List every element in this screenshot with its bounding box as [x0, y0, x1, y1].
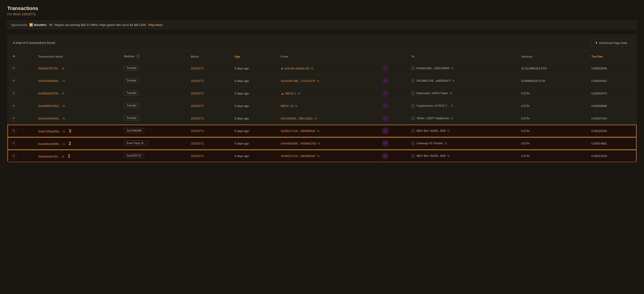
to-address-link[interactable]: 0xCd8d17e9...a4855dcF3 — [417, 79, 451, 82]
copy-to-icon[interactable]: ⧉ — [448, 129, 450, 132]
col-arrow — [378, 51, 408, 62]
row-eye-icon[interactable]: 👁 — [11, 128, 16, 134]
row-method-cell: 0xd2925723 — [120, 150, 187, 162]
block-number-link[interactable]: 22029771 — [191, 67, 204, 70]
sponsored-label: Sponsored: — [11, 23, 28, 26]
play-now-link[interactable]: Play Now! — [148, 23, 162, 26]
copy-from-icon[interactable]: ⧉ — [295, 104, 298, 108]
copy-hash-icon[interactable]: ⧉ — [63, 142, 66, 146]
tx-hash-link[interactable]: 0x3a9991f3951... — [38, 104, 61, 108]
copy-hash-icon[interactable]: ⧉ — [63, 117, 66, 120]
direction-arrow-button[interactable]: → — [382, 153, 388, 159]
block-number-link[interactable]: 22029771 — [191, 142, 204, 145]
copy-from-icon[interactable]: ⧉ — [317, 79, 320, 82]
tx-hash-link[interactable]: 0x553064625fc... — [38, 79, 61, 82]
from-address-link[interactable]: 0x26CE7c19...1B08850aF — [281, 154, 316, 158]
row-from-cell: 0x5A89D040...40906eC5D ⧉ — [277, 137, 378, 150]
direction-arrow-button[interactable]: → — [382, 128, 388, 134]
copy-to-icon[interactable]: ⧉ — [451, 104, 454, 107]
direction-arrow-button[interactable]: → — [382, 115, 388, 122]
direction-arrow-button[interactable]: → — [382, 78, 388, 84]
row-hash-cell: 0x3582b29709... ⧉ — [34, 87, 120, 100]
to-address-link[interactable]: Tether: USDT Stablecoin — [416, 116, 449, 120]
row-txn-fee-cell: 0.00002006 — [588, 62, 636, 75]
from-address-link[interactable]: 0x5A89D040...40906eC5D — [281, 142, 316, 145]
copy-from-icon[interactable]: ⧉ — [317, 154, 320, 158]
from-address-link[interactable]: MEXC 1 — [285, 92, 296, 95]
to-address-link[interactable]: MEV Bot: 0x000...B40 — [417, 129, 446, 132]
block-number-link[interactable]: 22029771 — [191, 104, 204, 108]
row-eye-icon[interactable]: 👁 — [11, 141, 16, 146]
copy-to-icon[interactable]: ⧉ — [452, 79, 456, 82]
block-number-link[interactable]: 22029771 — [191, 92, 204, 95]
row-from-cell: 0x26CE7c19...1B08850aF ⧉ — [277, 125, 378, 137]
copy-hash-icon[interactable]: ⧉ — [63, 130, 66, 133]
col-eye: 👁 — [8, 51, 34, 62]
to-contract-icon: ≡ — [411, 142, 415, 145]
row-txn-fee-cell: 0.00050586 — [588, 100, 636, 112]
from-address-link[interactable]: 0x2eDbFc9B...721313378 — [281, 79, 315, 82]
block-number-link[interactable]: 22029771 — [191, 154, 204, 158]
copy-from-icon[interactable]: ⧉ — [317, 129, 320, 132]
row-eye-icon[interactable]: 👁 — [11, 153, 16, 158]
from-address-link[interactable]: 0x26CE7c19...1B08850aF — [281, 129, 316, 133]
to-address-link[interactable]: CryptoAutos: AUTOS T... — [417, 104, 449, 108]
table-row: 👁 0x3582b29709... ⧉ Transfer220297715 da… — [8, 87, 636, 100]
row-txn-fee-cell: 0.00107424 — [588, 112, 636, 125]
direction-arrow-button[interactable]: → — [382, 103, 388, 109]
tx-hash-link[interactable]: 0x3e72f3ad09d... — [38, 130, 61, 133]
copy-hash-icon[interactable]: ⧉ — [63, 104, 66, 108]
download-page-data-button[interactable]: ⬇ Download Page Data — [591, 39, 631, 47]
row-eye-icon[interactable]: 👁 — [11, 116, 16, 121]
to-address-link[interactable]: Ethervista: VISTA Token — [417, 92, 448, 95]
direction-arrow-button[interactable]: → — [382, 90, 388, 96]
row-arrow-cell: → — [378, 75, 408, 87]
copy-to-icon[interactable]: ⧉ — [451, 66, 454, 70]
copy-to-icon[interactable]: ⧉ — [448, 154, 450, 157]
copy-hash-icon[interactable]: ⧉ — [62, 155, 65, 158]
block-number-link[interactable]: 22029771 — [22, 12, 36, 16]
to-address-link[interactable]: MEV Bot: 0x000...B40 — [417, 154, 446, 158]
tx-hash-link[interactable]: 0x3582b29709... — [38, 92, 60, 95]
eye-header-icon: 👁 — [11, 54, 16, 59]
direction-arrow-button[interactable]: → — [382, 65, 388, 72]
row-eye-icon[interactable]: 👁 — [11, 90, 16, 96]
to-address-link[interactable]: Uniswap V3: Router — [417, 142, 443, 145]
copy-hash-icon[interactable]: ⧉ — [62, 92, 65, 95]
row-eye-icon[interactable]: 👁 — [11, 66, 16, 71]
from-address-link[interactable]: 0xCc00fE2f...38bc3382c — [281, 117, 313, 120]
row-amount-cell: 0 ETH — [518, 150, 588, 162]
copy-to-icon[interactable]: ⧉ — [445, 142, 448, 145]
to-contract-icon: ≡ — [411, 66, 415, 70]
copy-from-icon[interactable]: ⧉ — [311, 67, 314, 70]
tx-hash-link[interactable]: 0x54e6752752... — [38, 67, 60, 70]
tx-hash-link[interactable]: 0xde5aa0c152... — [38, 155, 60, 158]
direction-arrow-button[interactable]: → — [382, 140, 388, 146]
block-number-link[interactable]: 22029771 — [191, 129, 204, 133]
row-block-cell: 22029771 — [187, 150, 231, 162]
row-to-cell: ≡ MEV Bot: 0x000...B40 ⧉ — [408, 150, 518, 162]
row-eye-cell: 👁 — [8, 112, 34, 125]
col-to: To — [408, 51, 518, 62]
method-info-icon[interactable]: ? — [136, 54, 140, 58]
metawin-brand: M MetaWin: — [29, 23, 47, 26]
copy-from-icon[interactable]: ⧉ — [315, 117, 318, 120]
tx-hash-link[interactable]: 0xee9fcd2b999... — [38, 142, 61, 146]
row-method-cell: 0xa7b8e688 — [120, 125, 187, 137]
block-number-link[interactable]: 22029771 — [191, 117, 204, 120]
tx-hash-link[interactable]: 0x4e314cf3441... — [38, 117, 61, 120]
copy-from-icon[interactable]: ⧉ — [318, 142, 321, 145]
from-address-link[interactable]: bob-the-builder.eth — [285, 67, 309, 70]
row-eye-icon[interactable]: 👁 — [11, 103, 16, 108]
to-address-link[interactable]: 0x4a0ca3fc...192C30404 — [417, 66, 450, 70]
copy-to-icon[interactable]: ⧉ — [450, 92, 453, 95]
copy-hash-icon[interactable]: ⧉ — [62, 67, 65, 70]
from-address-link[interactable]: MEXC 16 — [281, 104, 294, 108]
row-eye-icon[interactable]: 👁 — [11, 78, 16, 84]
copy-to-icon[interactable]: ⧉ — [451, 116, 454, 120]
row-amount-cell: 0 ETH — [518, 137, 588, 150]
row-amount-cell: 0 ETH — [518, 125, 588, 137]
copy-from-icon[interactable]: ⧉ — [298, 92, 301, 95]
copy-hash-icon[interactable]: ⧉ — [63, 79, 66, 82]
block-number-link[interactable]: 22029771 — [191, 79, 204, 82]
